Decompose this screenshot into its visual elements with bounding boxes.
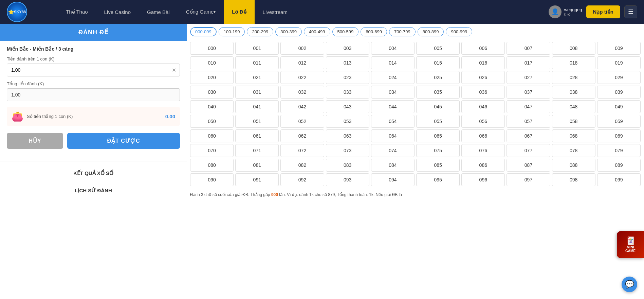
num-btn-023[interactable]: 023 <box>326 71 369 84</box>
nav-the-thao[interactable]: Thể Thao <box>58 0 96 24</box>
nav-cong-game[interactable]: Cổng Game <box>178 0 224 24</box>
range-tab-600-699[interactable]: 600-699 <box>361 27 387 36</box>
num-btn-035[interactable]: 035 <box>416 86 460 99</box>
num-btn-056[interactable]: 056 <box>461 115 505 128</box>
num-btn-012[interactable]: 012 <box>280 56 324 69</box>
range-tab-400-499[interactable]: 400-499 <box>304 27 330 36</box>
num-btn-011[interactable]: 011 <box>235 56 279 69</box>
num-btn-081[interactable]: 081 <box>235 159 279 172</box>
num-btn-080[interactable]: 080 <box>190 159 234 172</box>
num-btn-043[interactable]: 043 <box>326 100 369 113</box>
num-btn-044[interactable]: 044 <box>371 100 415 113</box>
num-btn-037[interactable]: 037 <box>507 86 550 99</box>
num-btn-076[interactable]: 076 <box>461 144 505 157</box>
num-btn-026[interactable]: 026 <box>461 71 505 84</box>
num-btn-025[interactable]: 025 <box>416 71 460 84</box>
num-btn-002[interactable]: 002 <box>280 42 324 55</box>
num-btn-069[interactable]: 069 <box>597 129 641 142</box>
logo[interactable]: ⭐SKY88 <box>7 2 48 22</box>
num-btn-061[interactable]: 061 <box>235 129 279 142</box>
num-btn-000[interactable]: 000 <box>190 42 234 55</box>
num-btn-033[interactable]: 033 <box>326 86 369 99</box>
num-btn-066[interactable]: 066 <box>461 129 505 142</box>
num-btn-075[interactable]: 075 <box>416 144 460 157</box>
num-btn-087[interactable]: 087 <box>507 159 550 172</box>
range-tab-900-999[interactable]: 900-999 <box>446 27 472 36</box>
nav-game-bai[interactable]: Game Bài <box>139 0 178 24</box>
num-btn-030[interactable]: 030 <box>190 86 234 99</box>
num-btn-007[interactable]: 007 <box>507 42 550 55</box>
num-btn-073[interactable]: 073 <box>326 144 369 157</box>
num-btn-077[interactable]: 077 <box>507 144 550 157</box>
range-tab-000-099[interactable]: 000-099 <box>190 27 217 36</box>
menu-icon-button[interactable]: ☰ <box>624 5 637 18</box>
num-btn-092[interactable]: 092 <box>280 173 324 186</box>
num-btn-031[interactable]: 031 <box>235 86 279 99</box>
tien-danh-clear-icon[interactable]: ✕ <box>168 67 180 73</box>
num-btn-083[interactable]: 083 <box>326 159 369 172</box>
nav-live-casino[interactable]: Live Casino <box>96 0 139 24</box>
num-btn-001[interactable]: 001 <box>235 42 279 55</box>
num-btn-041[interactable]: 041 <box>235 100 279 113</box>
num-btn-071[interactable]: 071 <box>235 144 279 157</box>
num-btn-093[interactable]: 093 <box>326 173 369 186</box>
num-btn-090[interactable]: 090 <box>190 173 234 186</box>
num-btn-053[interactable]: 053 <box>326 115 369 128</box>
nav-lo-de[interactable]: Lô Đề <box>224 0 254 24</box>
huy-button[interactable]: HỦY <box>7 133 63 149</box>
num-btn-097[interactable]: 097 <box>507 173 550 186</box>
num-btn-063[interactable]: 063 <box>326 129 369 142</box>
num-btn-045[interactable]: 045 <box>416 100 460 113</box>
num-btn-072[interactable]: 072 <box>280 144 324 157</box>
num-btn-036[interactable]: 036 <box>461 86 505 99</box>
num-btn-040[interactable]: 040 <box>190 100 234 113</box>
num-btn-019[interactable]: 019 <box>597 56 641 69</box>
range-tab-300-399[interactable]: 300-399 <box>275 27 302 36</box>
num-btn-094[interactable]: 094 <box>371 173 415 186</box>
num-btn-089[interactable]: 089 <box>597 159 641 172</box>
num-btn-008[interactable]: 008 <box>552 42 595 55</box>
num-btn-032[interactable]: 032 <box>280 86 324 99</box>
num-btn-082[interactable]: 082 <box>280 159 324 172</box>
num-btn-084[interactable]: 084 <box>371 159 415 172</box>
num-btn-088[interactable]: 088 <box>552 159 595 172</box>
num-btn-052[interactable]: 052 <box>280 115 324 128</box>
num-btn-014[interactable]: 014 <box>371 56 415 69</box>
num-btn-009[interactable]: 009 <box>597 42 641 55</box>
num-btn-042[interactable]: 042 <box>280 100 324 113</box>
num-btn-058[interactable]: 058 <box>552 115 595 128</box>
num-btn-046[interactable]: 046 <box>461 100 505 113</box>
range-tab-200-299[interactable]: 200-299 <box>247 27 273 36</box>
num-btn-018[interactable]: 018 <box>552 56 595 69</box>
num-btn-004[interactable]: 004 <box>371 42 415 55</box>
num-btn-024[interactable]: 024 <box>371 71 415 84</box>
chat-button[interactable]: 💬 <box>622 277 637 292</box>
num-btn-039[interactable]: 039 <box>597 86 641 99</box>
num-btn-010[interactable]: 010 <box>190 56 234 69</box>
num-btn-051[interactable]: 051 <box>235 115 279 128</box>
num-btn-064[interactable]: 064 <box>371 129 415 142</box>
num-btn-095[interactable]: 095 <box>416 173 460 186</box>
num-btn-070[interactable]: 070 <box>190 144 234 157</box>
range-tab-100-199[interactable]: 100-199 <box>219 27 245 36</box>
num-btn-098[interactable]: 098 <box>552 173 595 186</box>
num-btn-062[interactable]: 062 <box>280 129 324 142</box>
num-btn-006[interactable]: 006 <box>461 42 505 55</box>
num-btn-003[interactable]: 003 <box>326 42 369 55</box>
num-btn-059[interactable]: 059 <box>597 115 641 128</box>
num-btn-096[interactable]: 096 <box>461 173 505 186</box>
num-btn-050[interactable]: 050 <box>190 115 234 128</box>
num-btn-074[interactable]: 074 <box>371 144 415 157</box>
num-btn-034[interactable]: 034 <box>371 86 415 99</box>
num-btn-078[interactable]: 078 <box>552 144 595 157</box>
num-btn-055[interactable]: 055 <box>416 115 460 128</box>
num-btn-022[interactable]: 022 <box>280 71 324 84</box>
num-btn-091[interactable]: 091 <box>235 173 279 186</box>
range-tab-800-899[interactable]: 800-899 <box>418 27 444 36</box>
nav-livestream[interactable]: Livestream <box>255 0 296 24</box>
num-btn-048[interactable]: 048 <box>552 100 595 113</box>
tien-danh-input[interactable] <box>7 64 168 76</box>
num-btn-049[interactable]: 049 <box>597 100 641 113</box>
num-btn-038[interactable]: 038 <box>552 86 595 99</box>
num-btn-060[interactable]: 060 <box>190 129 234 142</box>
